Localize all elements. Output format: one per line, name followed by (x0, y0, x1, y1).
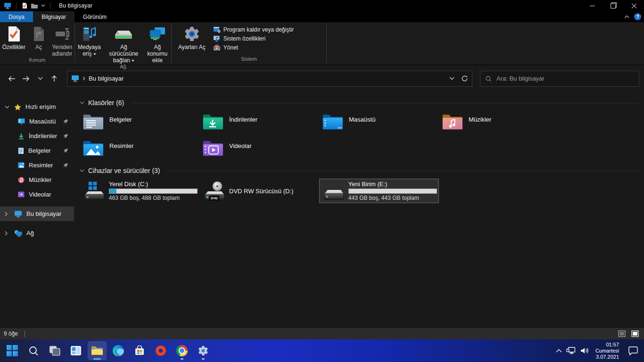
up-button[interactable] (47, 72, 61, 85)
sidebar-label: İndirilenler (29, 132, 57, 140)
uninstall-program-button[interactable]: Program kaldır veya değiştir (213, 26, 294, 33)
notification-center-icon[interactable] (628, 346, 638, 355)
sidebar-item-videos[interactable]: Videolar (0, 187, 74, 202)
add-network-location-button[interactable]: Ağ konumu ekle (144, 24, 171, 64)
folder-tile-pictures[interactable]: Resimler (80, 134, 199, 161)
drive-tile-e[interactable]: Yeni Birim (E:) 443 GB boş, 443 GB topla… (319, 179, 439, 203)
uninstall-program-icon (213, 26, 221, 33)
item-count: 9 öğe (4, 330, 18, 337)
edge-button[interactable] (109, 341, 128, 360)
folder-tile-music[interactable]: Müzikler (439, 108, 559, 134)
system-properties-button[interactable]: Sistem özellikleri (213, 35, 294, 42)
drive-tile-c[interactable]: Yerel Disk (C:) 463 GB boş, 488 GB topla… (80, 179, 199, 203)
section-header-folders[interactable]: Klasörler (6) (80, 98, 639, 108)
qat-new-folder-icon[interactable] (31, 3, 38, 9)
search-box[interactable] (480, 71, 639, 87)
manage-icon (213, 45, 221, 51)
search-input[interactable] (496, 75, 634, 82)
documents-folder-icon (83, 113, 103, 131)
open-settings-button[interactable]: Ayarları Aç (175, 24, 208, 50)
folder-name: Müzikler (469, 116, 491, 123)
folder-tile-documents[interactable]: Belgeler (80, 108, 199, 134)
chrome-button[interactable] (173, 341, 191, 360)
help-icon[interactable]: ? (634, 13, 641, 20)
folder-tile-videos[interactable]: Videolar (199, 134, 319, 161)
thumbnails-view-button[interactable] (630, 329, 640, 338)
sidebar-item-quick-access[interactable]: Hızlı erişim (0, 99, 74, 114)
sidebar-item-desktop[interactable]: Masaüstü (0, 114, 74, 129)
open-button[interactable]: Aç (29, 24, 48, 50)
drive-usage-bar (109, 189, 198, 194)
chevron-down-icon[interactable] (5, 106, 10, 108)
search-icon (28, 346, 39, 356)
file-explorer-taskbar-button[interactable] (88, 341, 107, 360)
qat-dropdown-icon[interactable] (41, 4, 45, 7)
address-dropdown-icon[interactable] (449, 77, 454, 80)
status-separator (25, 331, 25, 337)
microsoft-store-button[interactable] (130, 341, 149, 360)
window-title: Bu bilgisayar (59, 2, 92, 9)
tab-computer[interactable]: Bilgisayar (33, 11, 74, 22)
properties-label: Özellikler (2, 44, 25, 50)
minimize-button[interactable] (582, 0, 603, 11)
back-button[interactable] (5, 72, 19, 85)
open-icon (32, 25, 45, 42)
folder-name: Belgeler (109, 116, 132, 123)
tab-view[interactable]: Görünüm (74, 11, 115, 22)
settings-button[interactable] (194, 341, 213, 360)
taskbar-search-button[interactable] (24, 341, 43, 360)
sidebar-item-network[interactable]: Ağ (0, 226, 74, 240)
collapse-ribbon-icon[interactable] (624, 15, 629, 18)
close-button[interactable] (623, 0, 644, 11)
volume-tray-icon[interactable] (580, 347, 589, 354)
open-settings-label: Ayarları Aç (178, 44, 206, 50)
edge-icon (113, 345, 124, 356)
chevron-right-icon[interactable] (5, 212, 10, 216)
tab-file[interactable]: Dosya (0, 11, 33, 22)
sidebar-label: Müzikler (29, 176, 51, 183)
collapse-chevron-icon[interactable] (80, 101, 84, 104)
ribbon-group-system: Ayarları Aç Program kaldır veya değiştir (172, 22, 326, 65)
sidebar-item-this-pc[interactable]: Bu bilgisayar (0, 206, 74, 221)
drive-tile-d[interactable]: DVD DVD RW Sürücüsü (D:) (199, 179, 319, 203)
folders-grid: Belgeler İndirilenler (80, 108, 639, 161)
breadcrumb[interactable]: Bu bilgisayar (89, 75, 124, 82)
recent-locations-chevron[interactable] (33, 72, 47, 85)
status-bar: 9 öğe (0, 328, 644, 339)
sidebar-label: Videolar (29, 191, 51, 198)
address-bar[interactable]: Bu bilgisayar (67, 71, 472, 87)
folder-tile-downloads[interactable]: İndirilenler (199, 108, 319, 134)
properties-button[interactable]: Özellikler (0, 24, 28, 50)
qat-properties-icon[interactable] (21, 2, 28, 9)
sidebar-item-music[interactable]: Müzikler (0, 173, 74, 187)
folder-tile-desktop[interactable]: Masaüstü (319, 108, 439, 134)
forward-button[interactable] (19, 72, 33, 85)
hidden-icons-chevron[interactable] (556, 349, 562, 353)
folder-name: Masaüstü (349, 116, 375, 123)
rename-button[interactable]: Yeniden adlandır (49, 24, 75, 57)
restore-button[interactable] (603, 0, 623, 11)
refresh-icon[interactable] (461, 75, 468, 82)
office-button[interactable] (151, 341, 170, 360)
start-button[interactable] (3, 341, 22, 360)
clock-day: Cumartesi (595, 348, 619, 354)
drive-name: Yerel Disk (C:) (109, 181, 195, 188)
desktop-icon (18, 118, 25, 124)
sidebar-item-documents[interactable]: Belgeler (0, 143, 74, 158)
sidebar-item-downloads[interactable]: İndirilenler (0, 129, 74, 143)
access-media-icon (81, 25, 97, 42)
details-view-button[interactable] (617, 329, 627, 338)
clock[interactable]: 01:57 Cumartesi 3.07.2021 (595, 342, 619, 360)
access-media-button[interactable]: Medyaya eriş (75, 24, 104, 57)
widgets-button[interactable] (66, 341, 85, 360)
section-header-drives[interactable]: Cihazlar ve sürücüler (3) (80, 165, 639, 176)
task-view-button[interactable] (45, 341, 64, 360)
chevron-right-icon[interactable] (5, 231, 10, 236)
pin-icon (63, 133, 68, 139)
map-network-drive-button[interactable]: Ağ sürücüsüne bağlan (105, 24, 143, 64)
collapse-chevron-icon[interactable] (80, 169, 84, 172)
access-media-label: Medyaya eriş (78, 44, 101, 57)
network-tray-icon[interactable] (566, 347, 576, 354)
sidebar-item-pictures[interactable]: Resimler (0, 158, 74, 173)
manage-button[interactable]: Yönet (213, 44, 294, 51)
